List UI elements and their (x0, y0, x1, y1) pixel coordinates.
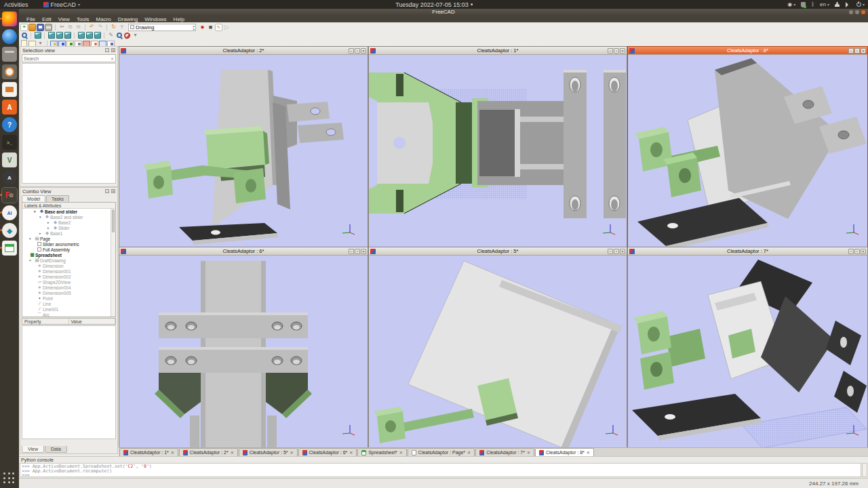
view-right-icon[interactable] (64, 32, 71, 39)
dock-item-gvim[interactable]: V (2, 152, 17, 167)
tree-item[interactable]: Slider (22, 225, 115, 230)
view-axonometric-icon[interactable] (34, 32, 41, 39)
view-bottom-icon[interactable] (85, 32, 93, 39)
close-tab-icon[interactable]: ✕ (587, 450, 590, 455)
dock-item-app-diamond[interactable]: ◆ (2, 223, 17, 238)
panel-float-button[interactable] (105, 189, 109, 193)
new-document-icon[interactable]: + (20, 24, 28, 31)
mdi-tab[interactable]: CleatsAdaptor : 7*✕ (475, 448, 534, 456)
minimize-button[interactable]: – (608, 48, 613, 54)
accessibility-icon[interactable] (835, 2, 840, 7)
close-button[interactable]: × (620, 249, 625, 254)
restore-button[interactable]: ▫ (355, 48, 360, 54)
close-button[interactable]: × (620, 48, 625, 54)
clock-menu[interactable]: Tuesday 2022-07-05 15:03 (395, 1, 473, 8)
view-left-icon[interactable] (94, 32, 101, 39)
tree-item[interactable]: Dimension002 (22, 274, 115, 279)
close-tab-icon[interactable]: ✕ (527, 450, 530, 455)
dock-item-ubuntu-software[interactable]: A (2, 100, 17, 115)
keyboard-layout-indicator[interactable]: en▾ (820, 1, 829, 7)
dock-item-annotation-tool[interactable]: A (2, 170, 17, 185)
tab-tasks[interactable]: Tasks (46, 195, 69, 202)
clip-dropdown-icon[interactable]: ▾ (132, 32, 139, 39)
tree-item[interactable]: Dimension005 (22, 290, 115, 296)
restore-button[interactable]: ▫ (355, 249, 360, 254)
menu-file[interactable]: File (23, 16, 39, 22)
menu-view[interactable]: View (55, 16, 73, 22)
save-icon[interactable] (37, 24, 44, 31)
macro-edit-icon[interactable]: ✎ (215, 24, 222, 31)
open-folder-icon[interactable] (28, 24, 36, 31)
tree-item[interactable]: Spreadsheet (22, 252, 115, 258)
minimize-button[interactable]: – (349, 48, 354, 54)
tree-item[interactable]: Line (22, 301, 115, 306)
restore-button[interactable]: ▫ (614, 249, 619, 254)
dock-item-freecad-active[interactable]: F⚙ (2, 188, 17, 203)
tab-view[interactable]: View (22, 446, 44, 453)
cut-icon[interactable]: ✂ (58, 24, 66, 31)
dock-item-thunderbird[interactable] (2, 29, 17, 44)
tree-item[interactable]: DraftDrawing (22, 258, 115, 263)
activities-button[interactable]: Activities (4, 1, 28, 8)
dock-item-firefox[interactable] (2, 12, 17, 26)
close-tab-icon[interactable]: ✕ (231, 450, 234, 455)
close-button[interactable]: × (361, 249, 366, 254)
tree-item[interactable]: Line001 (22, 306, 115, 312)
close-button[interactable]: × (861, 48, 866, 54)
tree-item[interactable]: Base1 (22, 230, 115, 236)
mdi-title-bar[interactable]: CleatsAdaptor : 7* –▫× (628, 247, 867, 256)
dock-item-libreoffice-calc[interactable] (2, 241, 17, 256)
viewport-3d[interactable] (369, 256, 627, 447)
volume-icon[interactable] (846, 2, 851, 7)
selection-list[interactable] (22, 63, 116, 184)
tree-item[interactable]: Base and slider (22, 209, 115, 214)
minimize-button[interactable]: – (848, 249, 854, 254)
menu-windows[interactable]: Windows (141, 16, 170, 22)
tree-item[interactable]: Dimension (22, 263, 115, 268)
search-input[interactable] (22, 56, 111, 61)
property-column[interactable]: Property (22, 319, 69, 324)
window-maximize-button[interactable] (855, 10, 859, 14)
zoom-icon[interactable] (115, 32, 123, 39)
tree-item[interactable]: Dimension004 (22, 285, 115, 290)
tree-item[interactable]: Page (22, 236, 115, 241)
tree-item[interactable]: Dimension001 (22, 268, 115, 274)
clip-plane-icon[interactable] (123, 32, 131, 39)
panel-close-button[interactable]: × (111, 48, 115, 52)
show-applications-button[interactable] (3, 472, 16, 485)
mdi-title-bar-active[interactable]: CleatsAdaptor : 8* –▫× (628, 47, 867, 55)
minimize-button[interactable]: – (848, 48, 854, 54)
menu-edit[interactable]: Edit (39, 16, 55, 22)
python-console-output[interactable]: >>> App.ActiveDocument.Spreadsheet.set('… (20, 463, 861, 477)
close-tab-icon[interactable]: ✕ (290, 450, 294, 455)
window-minimize-button[interactable] (849, 10, 853, 14)
draw-style-icon[interactable]: ✎ (107, 32, 115, 39)
macro-stop-icon[interactable]: ■ (207, 24, 214, 31)
undo-icon[interactable]: ↶ (88, 24, 96, 31)
menu-tools[interactable]: Tools (73, 16, 93, 22)
tree-item[interactable]: Shape2DView (22, 279, 115, 285)
menu-help[interactable]: Help (170, 16, 188, 22)
workbench-selector[interactable]: Drawing ▴▾ (128, 24, 196, 31)
restore-button[interactable]: ▫ (614, 48, 619, 54)
tab-model[interactable]: Model (22, 195, 45, 202)
mdi-title-bar[interactable]: CleatsAdaptor : 6* –▫× (119, 247, 368, 256)
viewport-3d[interactable] (119, 256, 368, 447)
viewport-3d[interactable] (369, 55, 627, 246)
mdi-tab-spreadsheet[interactable]: Spreadsheet*✕ (357, 448, 406, 456)
property-table[interactable] (22, 325, 116, 439)
tree-item[interactable]: Base2 and slider (22, 214, 115, 220)
menu-macro[interactable]: Macro (93, 16, 115, 22)
panel-float-button[interactable] (105, 48, 109, 52)
whats-this-icon[interactable]: ? (118, 24, 125, 31)
view-front-icon[interactable] (47, 32, 55, 39)
console-scrollbar[interactable] (862, 463, 867, 477)
view-rear-icon[interactable] (77, 32, 85, 39)
mdi-tab-page[interactable]: CleatsAdaptor : Page*✕ (408, 448, 475, 456)
viewport-3d[interactable] (119, 55, 368, 246)
power-menu[interactable]: ▾ (856, 2, 865, 7)
mdi-tab[interactable]: CleatsAdaptor : 1*✕ (119, 448, 178, 456)
value-column[interactable]: Value (69, 319, 116, 324)
tree-item[interactable]: Slider axonometric (22, 241, 115, 247)
dock-item-files[interactable] (2, 47, 17, 62)
